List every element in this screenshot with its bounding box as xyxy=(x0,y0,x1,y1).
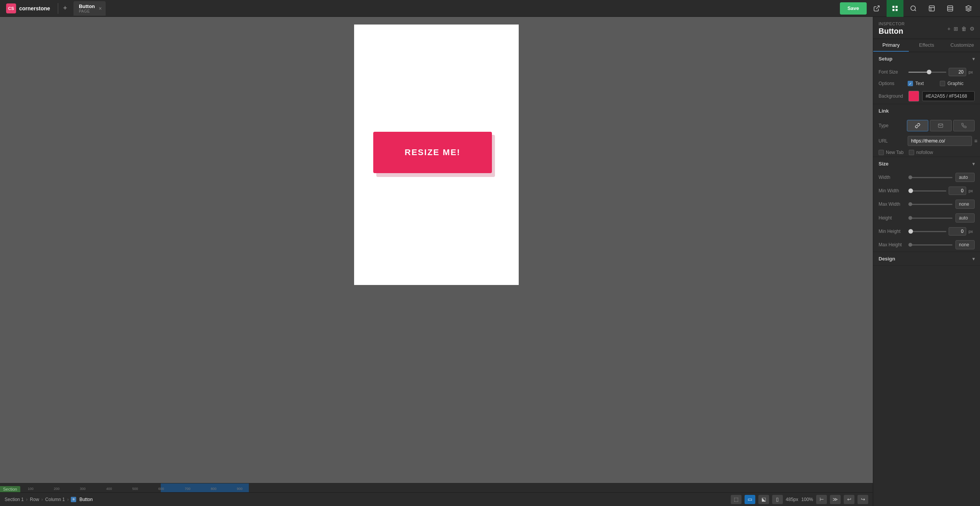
min-width-row: Min Width px xyxy=(873,184,980,197)
max-width-slider-thumb[interactable] xyxy=(908,202,912,206)
nofollow-checkbox[interactable] xyxy=(909,150,914,155)
min-height-slider[interactable] xyxy=(908,231,946,232)
options-label: Options xyxy=(879,81,905,86)
save-button[interactable]: Save xyxy=(840,2,867,15)
breadcrumb-column[interactable]: Column 1 xyxy=(45,497,65,502)
min-width-thumb[interactable] xyxy=(908,188,913,193)
external-link-button[interactable] xyxy=(868,0,885,17)
options-row: Options ✓ Text Graphic xyxy=(873,79,980,88)
breadcrumb-section[interactable]: Section 1 xyxy=(5,497,24,502)
design-section-header[interactable]: Design ▾ xyxy=(873,252,980,265)
min-width-slider[interactable] xyxy=(908,190,946,192)
background-label: Background xyxy=(879,93,905,99)
topbar: CS cornerstone + Button PAGE × Save xyxy=(0,0,980,17)
height-value[interactable]: auto xyxy=(956,213,975,223)
slider-fill xyxy=(908,72,929,73)
max-width-value[interactable]: none xyxy=(956,200,975,209)
max-width-slider[interactable] xyxy=(908,204,952,205)
width-slider[interactable] xyxy=(908,177,952,178)
url-input[interactable] xyxy=(908,136,972,146)
height-slider-thumb[interactable] xyxy=(908,216,912,220)
min-width-unit: px xyxy=(969,188,975,193)
text-option-label: Text xyxy=(915,81,924,86)
width-value[interactable]: auto xyxy=(956,173,975,182)
width-slider-thumb[interactable] xyxy=(908,175,912,179)
inspector-delete-icon[interactable]: 🗑 xyxy=(961,26,967,32)
responsive-button[interactable]: ▭ xyxy=(745,495,755,504)
size-section-header[interactable]: Size ▾ xyxy=(873,157,980,170)
font-size-input[interactable] xyxy=(949,68,966,76)
new-tab-checkbox[interactable] xyxy=(879,150,884,155)
blocks-button[interactable] xyxy=(923,0,940,17)
statusbar-right: ⬚ ▭ ⬕ ▯ 485px 100% ⊢ ≫ ↩ ↪ xyxy=(731,495,868,504)
new-tab-label: New Tab xyxy=(886,150,903,155)
tab-close-button[interactable]: × xyxy=(99,5,102,11)
text-option: ✓ Text xyxy=(908,81,924,86)
background-swatch[interactable] xyxy=(908,91,919,102)
logo-icon: CS xyxy=(6,3,16,13)
inspector-header: Inspector Button + ⊞ 🗑 ⚙ xyxy=(873,17,980,39)
topbar-divider xyxy=(58,3,58,14)
min-height-input[interactable] xyxy=(949,227,966,236)
graphic-checkbox[interactable] xyxy=(940,81,945,86)
tab-customize[interactable]: Customize xyxy=(944,39,980,52)
min-width-input[interactable] xyxy=(949,187,966,195)
width-row: Width auto xyxy=(873,170,980,184)
url-label: URL xyxy=(879,138,905,144)
link-type-phone-button[interactable] xyxy=(953,120,975,131)
svg-rect-3 xyxy=(892,9,894,11)
max-height-slider[interactable] xyxy=(908,244,952,246)
tab-title: Button xyxy=(79,3,95,9)
max-height-slider-thumb[interactable] xyxy=(908,243,912,247)
svg-rect-4 xyxy=(896,9,898,11)
undo-button[interactable]: ↩ xyxy=(844,495,854,504)
tab-effects[interactable]: Effects xyxy=(909,39,944,52)
inspector-add-icon[interactable]: + xyxy=(947,26,951,32)
text-checkbox[interactable]: ✓ xyxy=(908,81,913,86)
ruler-toggle[interactable]: ⊢ xyxy=(816,495,827,504)
font-size-slider[interactable] xyxy=(908,72,946,73)
size-section: Size ▾ Width auto Min Width xyxy=(873,157,980,252)
url-clear-button[interactable]: ≡ xyxy=(974,138,977,144)
background-value[interactable]: #EA2A55 / #F54168 xyxy=(922,91,975,101)
setup-section-header[interactable]: Setup ▾ xyxy=(873,52,980,66)
svg-point-5 xyxy=(911,6,915,10)
graphic-option-label: Graphic xyxy=(947,81,964,86)
tab-subtitle: PAGE xyxy=(79,9,95,13)
add-page-button[interactable]: + xyxy=(60,3,70,14)
ruler-content: 0 100 200 300 400 500 600 700 800 900 xyxy=(0,483,873,492)
link-type-email-button[interactable] xyxy=(930,120,951,131)
tab-primary[interactable]: Primary xyxy=(873,39,909,52)
nofollow-label: nofollow xyxy=(916,150,933,155)
inspector-title-small: Inspector xyxy=(879,21,905,26)
mobile-button[interactable]: ▯ xyxy=(772,495,783,504)
search-button[interactable] xyxy=(905,0,922,17)
canvas-area: RESIZE ME! 0 100 200 300 400 500 600 700… xyxy=(0,17,873,506)
ruler-mark-700: 700 xyxy=(185,487,190,491)
logo[interactable]: CS cornerstone xyxy=(0,3,56,13)
button-element[interactable]: RESIZE ME! xyxy=(373,132,492,174)
code-button[interactable]: ≫ xyxy=(830,495,841,504)
button-main[interactable]: RESIZE ME! xyxy=(373,132,492,173)
inspector-settings-icon[interactable]: ⚙ xyxy=(970,26,975,32)
breadcrumb-row[interactable]: Row xyxy=(30,497,39,502)
height-slider[interactable] xyxy=(908,218,952,219)
slider-thumb[interactable] xyxy=(927,70,931,74)
redo-button[interactable]: ↪ xyxy=(858,495,868,504)
tablet-button[interactable]: ⬕ xyxy=(758,495,769,504)
page-tab[interactable]: Button PAGE × xyxy=(74,1,106,16)
ruler-mark-500: 500 xyxy=(132,487,138,491)
link-section-header[interactable]: Link xyxy=(873,104,980,118)
breadcrumb-button[interactable]: Button xyxy=(79,497,93,502)
frame-button[interactable]: ⬚ xyxy=(731,495,742,504)
min-height-thumb[interactable] xyxy=(908,229,913,234)
inspector-copy-icon[interactable]: ⊞ xyxy=(954,26,958,32)
canvas-scroll[interactable]: RESIZE ME! xyxy=(0,17,873,483)
max-height-value[interactable]: none xyxy=(956,240,975,249)
layout-button[interactable] xyxy=(942,0,959,17)
link-type-url-button[interactable] xyxy=(907,120,928,131)
grid-view-button[interactable] xyxy=(887,0,903,17)
layers-button[interactable] xyxy=(960,0,977,17)
max-height-row: Max Height none xyxy=(873,238,980,252)
setup-chevron: ▾ xyxy=(972,56,975,62)
